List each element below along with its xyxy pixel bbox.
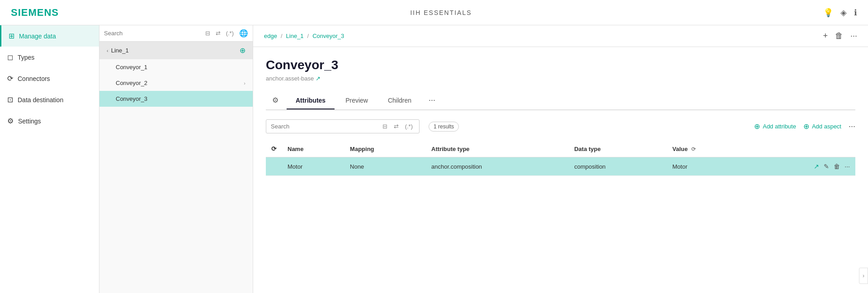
tab-attributes-label: Attributes <box>296 97 326 104</box>
file-tree-panel: ⊟ ⇄ (.*) 🌐 ‹ Line_1 ⊕ Conveyor_1 Conv <box>99 25 253 293</box>
asset-subtitle: anchor.asset-base ↗ <box>266 75 855 82</box>
content-wrapper: ⊟ ⇄ (.*) 🌐 ‹ Line_1 ⊕ Conveyor_1 Conv <box>99 25 868 293</box>
tree-item-conveyor2-left: Conveyor_2 <box>116 80 147 86</box>
col-refresh: ⟳ <box>266 141 282 157</box>
sidebar-label-manage-data: Manage data <box>19 33 56 40</box>
more-options-btn[interactable]: ··· <box>850 31 857 41</box>
move-icon[interactable]: ⇄ <box>214 29 222 38</box>
col-value-label: Value <box>672 146 688 152</box>
tab-children[interactable]: Children <box>379 92 420 109</box>
tree-item-line1-left: ‹ Line_1 <box>107 47 129 54</box>
col-mapping-label: Mapping <box>350 146 374 152</box>
sidebar-item-connectors[interactable]: ⟳ Connectors <box>0 68 99 89</box>
tab-preview-label: Preview <box>345 97 368 104</box>
info-icon[interactable]: ℹ <box>854 8 857 18</box>
row-value-cell: Motor <box>667 157 746 176</box>
table-move-icon[interactable]: ⇄ <box>392 122 401 131</box>
breadcrumb-edge[interactable]: edge <box>264 33 277 39</box>
add-attribute-btn[interactable]: ⊕ Add attribute <box>754 122 796 131</box>
row-delete-icon[interactable]: 🗑 <box>834 163 840 170</box>
tabs-bar: ⚙ Attributes Preview Children ··· <box>266 91 855 110</box>
siemens-logo: SIEMENS <box>11 7 59 19</box>
tab-attributes[interactable]: Attributes <box>287 92 335 109</box>
col-attribute-type-header: Attribute type <box>426 141 569 157</box>
breadcrumb-conveyor3[interactable]: Conveyor_3 <box>312 33 344 39</box>
sidebar-item-manage-data[interactable]: ⊞ Manage data <box>0 25 99 47</box>
asset-subtitle-text: anchor.asset-base <box>266 75 314 82</box>
add-aspect-label: Add aspect <box>812 123 841 130</box>
table-search-input[interactable] <box>271 123 378 130</box>
row-mapping-cell: None <box>344 157 426 176</box>
content-body: Conveyor_3 anchor.asset-base ↗ ⚙ Attribu… <box>253 47 868 293</box>
tree-add-child-btn[interactable]: ⊕ <box>240 46 245 55</box>
sidebar-item-types[interactable]: ◻ Types <box>0 47 99 68</box>
col-value-header: Value ⟳ <box>667 141 746 157</box>
col-attribute-type-label: Attribute type <box>431 146 470 152</box>
row-name-cell: Motor <box>282 157 344 176</box>
breadcrumb-actions: + 🗑 ··· <box>823 31 857 41</box>
row-icon-cell <box>266 157 282 176</box>
col-actions-header <box>746 141 855 157</box>
connectors-icon: ⟳ <box>7 74 13 83</box>
tree-item-conveyor3-left: Conveyor_3 <box>116 95 147 102</box>
sidebar-item-data-destination[interactable]: ⊡ Data destination <box>0 89 99 110</box>
main-content: edge / Line_1 / Conveyor_3 + 🗑 ··· Conve… <box>253 25 868 293</box>
tab-settings-gear[interactable]: ⚙ <box>266 91 285 109</box>
bulb-icon[interactable]: 💡 <box>823 8 833 18</box>
refresh-icon[interactable]: ⟳ <box>271 145 277 152</box>
add-attribute-label: Add attribute <box>763 123 796 130</box>
table-toolbar: ⊟ ⇄ (.*) 1 results ⊕ Add attribute ⊕ <box>266 119 855 133</box>
tab-children-label: Children <box>388 97 411 104</box>
add-item-btn[interactable]: + <box>823 31 828 41</box>
tree-item-line1[interactable]: ‹ Line_1 ⊕ <box>99 42 253 59</box>
table-more-btn[interactable]: ··· <box>849 122 855 131</box>
breadcrumb-line1[interactable]: Line_1 <box>286 33 304 39</box>
tree-item-conveyor1-left: Conveyor_1 <box>116 64 147 71</box>
main-layout: ⊞ Manage data ◻ Types ⟳ Connectors ⊡ Dat… <box>0 25 868 293</box>
sidebar-item-settings[interactable]: ⚙ Settings <box>0 110 99 132</box>
row-data-type-cell: composition <box>569 157 667 176</box>
collapse-panel-btn[interactable]: › <box>859 268 868 284</box>
col-name-label: Name <box>288 146 303 152</box>
delete-item-btn[interactable]: 🗑 <box>835 31 843 41</box>
asset-link-icon[interactable]: ↗ <box>316 75 321 82</box>
col-mapping-header: Mapping <box>344 141 426 157</box>
row-action-buttons: ↗ ✎ 🗑 ··· <box>752 163 850 170</box>
table-row: Motor None anchor.composition compositio… <box>266 157 855 176</box>
row-edit-icon[interactable]: ✎ <box>824 163 829 170</box>
value-sort-icon[interactable]: ⟳ <box>691 146 696 152</box>
asset-title: Conveyor_3 <box>266 58 855 72</box>
regex-icon[interactable]: (.*) <box>224 29 236 38</box>
chevron-right-icon: › <box>244 80 245 86</box>
row-more-icon[interactable]: ··· <box>844 163 850 170</box>
sidebar-label-types: Types <box>18 54 34 61</box>
header-actions: 💡 ◈ ℹ <box>823 8 857 18</box>
tree-item-conveyor2[interactable]: Conveyor_2 › <box>99 75 253 91</box>
globe-icon[interactable]: 🌐 <box>239 29 248 38</box>
col-name-header: Name <box>282 141 344 157</box>
settings-icon: ⚙ <box>7 117 14 125</box>
add-attribute-icon: ⊕ <box>754 122 760 131</box>
tree-item-conveyor1-label: Conveyor_1 <box>116 64 147 71</box>
tab-preview[interactable]: Preview <box>336 92 377 109</box>
app-title: IIH ESSENTIALS <box>410 9 472 16</box>
add-aspect-btn[interactable]: ⊕ Add aspect <box>803 122 841 131</box>
data-destination-icon: ⊡ <box>7 95 13 104</box>
table-regex-icon[interactable]: (.*) <box>403 122 415 131</box>
breadcrumb-sep-1: / <box>281 33 283 39</box>
row-link-icon[interactable]: ↗ <box>814 163 819 170</box>
col-data-type-label: Data type <box>574 146 601 152</box>
collapse-chevron-icon: › <box>863 273 864 279</box>
table-filter-icon[interactable]: ⊟ <box>381 122 389 131</box>
file-tree-search-input[interactable] <box>104 30 202 37</box>
sidebar-label-connectors: Connectors <box>18 75 50 82</box>
tabs-more-btn[interactable]: ··· <box>422 91 442 109</box>
tree-item-line1-label: Line_1 <box>111 47 129 54</box>
tree-item-conveyor1[interactable]: Conveyor_1 <box>99 59 253 75</box>
results-badge: 1 results <box>429 122 459 132</box>
chevron-down-icon: ‹ <box>107 48 108 53</box>
diamond-icon[interactable]: ◈ <box>840 8 847 18</box>
table-search-bar: ⊟ ⇄ (.*) <box>266 119 420 133</box>
tree-item-conveyor3[interactable]: Conveyor_3 <box>99 91 253 107</box>
filter-icon[interactable]: ⊟ <box>203 29 212 38</box>
